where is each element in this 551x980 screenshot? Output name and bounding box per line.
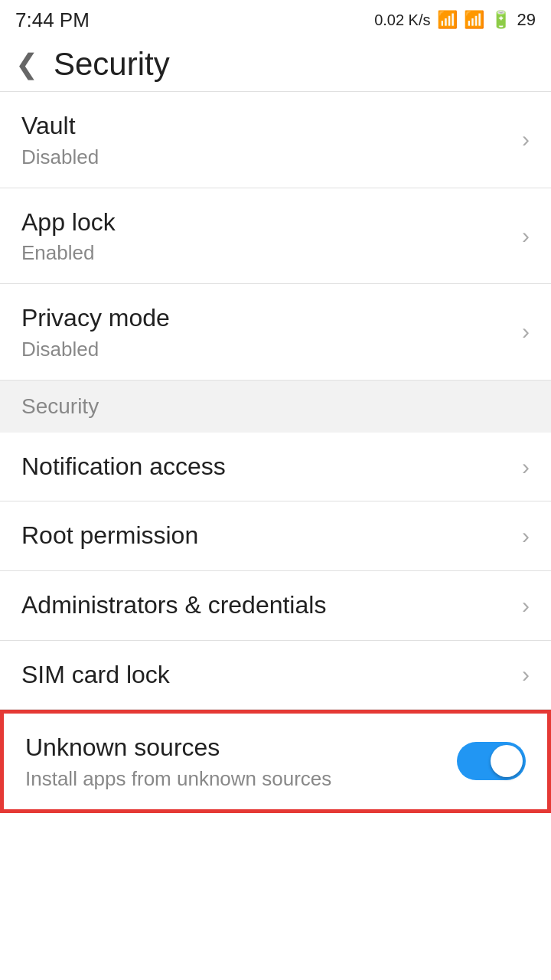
sim-card-lock-item[interactable]: SIM card lock › [0,641,551,710]
page-title: Security [54,46,170,83]
security-section-label: Security [21,394,99,419]
signal-icon: 📶 [464,10,484,30]
privacy-mode-content: Privacy mode Disabled [21,302,510,361]
sim-card-lock-content: SIM card lock [21,659,510,691]
toolbar: ❮ Security [0,37,551,92]
root-permission-content: Root permission [21,520,510,552]
vault-item[interactable]: Vault Disabled › [0,92,551,188]
unknown-sources-subtitle: Install apps from unknown sources [25,767,445,791]
root-permission-item[interactable]: Root permission › [0,501,551,571]
notification-access-content: Notification access [21,451,510,483]
app-lock-title: App lock [21,207,510,239]
privacy-mode-title: Privacy mode [21,302,510,335]
app-lock-content: App lock Enabled [21,207,510,266]
vault-title: Vault [21,110,510,142]
unknown-sources-item[interactable]: Unknown sources Install apps from unknow… [4,714,547,809]
root-permission-chevron: › [522,523,530,549]
vault-content: Vault Disabled [21,110,510,169]
battery-icon: 🔋 [491,10,511,30]
wifi-icon: 📶 [437,10,458,30]
notification-access-chevron: › [522,454,530,480]
status-time: 7:44 PM [15,8,90,32]
settings-list: Vault Disabled › App lock Enabled › Priv… [0,92,551,813]
toggle-knob [491,745,523,777]
administrators-credentials-content: Administrators & credentials [21,590,510,622]
unknown-sources-content: Unknown sources Install apps from unknow… [25,732,445,791]
unknown-sources-title: Unknown sources [25,732,445,764]
administrators-credentials-item[interactable]: Administrators & credentials › [0,571,551,641]
battery-level: 29 [517,10,536,30]
notification-access-title: Notification access [21,451,510,483]
vault-chevron: › [522,126,530,152]
unknown-sources-toggle-container [457,742,526,780]
security-section-header: Security [0,381,551,433]
status-icons: 0.02 K/s 📶 📶 🔋 29 [374,10,536,30]
notification-access-item[interactable]: Notification access › [0,433,551,502]
unknown-sources-toggle[interactable] [457,742,526,780]
administrators-credentials-chevron: › [522,593,530,619]
sim-card-lock-title: SIM card lock [21,659,510,691]
network-speed: 0.02 K/s [374,11,430,29]
privacy-mode-item[interactable]: Privacy mode Disabled › [0,284,551,381]
app-lock-item[interactable]: App lock Enabled › [0,188,551,285]
administrators-credentials-title: Administrators & credentials [21,590,510,622]
sim-card-lock-chevron: › [522,662,530,688]
unknown-sources-wrapper: Unknown sources Install apps from unknow… [0,710,551,813]
status-bar: 7:44 PM 0.02 K/s 📶 📶 🔋 29 [0,0,551,37]
app-lock-chevron: › [522,223,530,249]
vault-subtitle: Disabled [21,145,510,169]
app-lock-subtitle: Enabled [21,241,510,265]
privacy-mode-subtitle: Disabled [21,338,510,361]
back-button[interactable]: ❮ [15,51,38,78]
privacy-mode-chevron: › [522,318,530,345]
root-permission-title: Root permission [21,520,510,552]
